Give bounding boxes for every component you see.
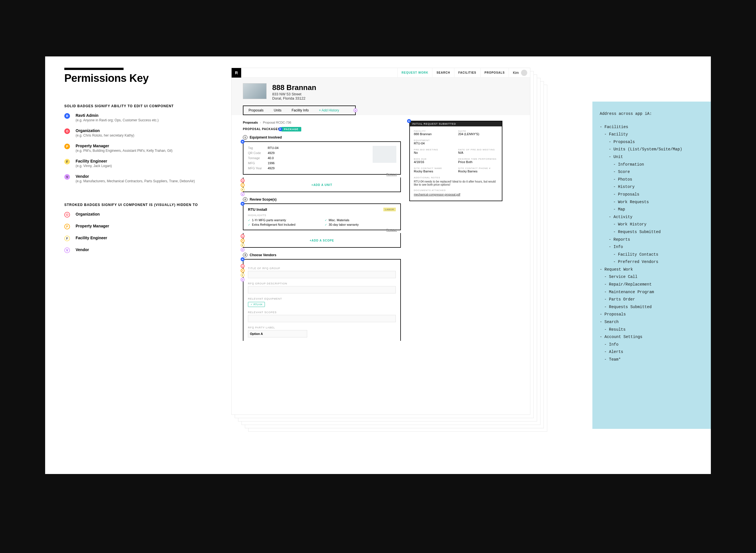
key-item-r: R Ravti Admin (e.g. Anyone in Ravti org;… (64, 113, 214, 122)
contact-name-value: Rocky Barnes (414, 170, 453, 173)
key-item-p: P Property Manager (e.g. PM's, Building … (64, 144, 214, 153)
org-badge-icon: O (241, 179, 245, 182)
key-desc: (e.g. Vinny, Jack Logan) (76, 164, 112, 168)
rfq-party-input[interactable] (248, 330, 307, 337)
pm-badge-icon: P (241, 183, 245, 187)
rfq-title-input[interactable] (248, 271, 396, 278)
tab-add-history[interactable]: + Add History (314, 106, 344, 114)
org-badge-icon: O (241, 234, 245, 238)
key-item-stroked-p: P Property Manager (64, 224, 214, 229)
vendor-badge-icon: V (241, 248, 245, 252)
org-badge-icon: O (241, 264, 245, 268)
p-badge-icon: P (64, 144, 70, 149)
fe-badge-icon: F (241, 273, 245, 277)
ia-node: Score (600, 168, 703, 176)
r-badge-icon: R (64, 113, 70, 119)
ia-node: Proposals (600, 138, 703, 146)
key-item-v: V Vendor (e.g. Manufacturers, Mechanical… (64, 174, 214, 183)
ravti-badge-icon: R (241, 202, 245, 206)
ia-node: Facility Contacts (600, 251, 703, 258)
key-item-o: O Organization (e.g. Chris Rotolo, her s… (64, 129, 214, 137)
nav-search[interactable]: SEARCH (432, 68, 454, 77)
package-badge[interactable]: PACKAGE (281, 127, 301, 132)
document-link[interactable]: mechanical-compressor-proposal.pdf (414, 193, 460, 196)
breadcrumb-root[interactable]: Proposals (243, 121, 258, 124)
remove-link[interactable]: Remove (387, 173, 397, 176)
ia-node: Requests Submitted (600, 303, 703, 311)
site-address-line2: Doral, Florida 33122 (272, 96, 316, 100)
p-badge-stroked-icon: P (64, 224, 70, 229)
ia-node: Alerts (600, 348, 703, 356)
app-frame: R REQUEST WORK SEARCH FACILITIES PROPOSA… (231, 68, 530, 415)
highlights-label: HIGHLIGHTS (248, 214, 396, 217)
add-scope-strip: Remove O P F V +ADD A SCOPE (243, 233, 401, 248)
vendor-badge-icon: V (241, 192, 245, 196)
highlight-item: 1-Yr MFG parts warranty (248, 218, 319, 222)
ia-node: Work History (600, 221, 703, 228)
highlight-item: Extra Refridgerant Not Included (248, 223, 319, 226)
rfq-equipment-label: RELEVANT EQUIPMENT (248, 297, 396, 300)
nav-request-work[interactable]: REQUEST WORK (398, 68, 432, 77)
breadcrumb: Proposals › Proposal RCDC-736 (243, 121, 401, 124)
proposal-packages-label: PROPOSAL PACKAGES (243, 128, 280, 131)
f-badge-stroked-icon: F (64, 236, 70, 241)
vendor-badge-icon: V (353, 108, 357, 112)
key-item-stroked-o: O Organization (64, 212, 214, 218)
proposal-builder-column: Proposals › Proposal RCDC-736 PROPOSAL P… (243, 121, 401, 344)
add-unit-button[interactable]: +ADD A UNIT (312, 183, 332, 186)
avatar[interactable] (521, 70, 527, 76)
ia-node: Info (600, 341, 703, 348)
app-logo[interactable]: R (232, 68, 241, 78)
ravti-badge-icon: R (241, 257, 245, 261)
rfq-scopes-input[interactable] (248, 315, 396, 322)
nav-proposals[interactable]: PROPOSALS (480, 68, 509, 77)
key-item-stroked-v: V Vendor (64, 247, 214, 253)
add-unit-strip: Remove O P F V +ADD A UNIT (243, 177, 401, 192)
key-name: Ravti Admin (76, 113, 159, 117)
f-badge-icon: F (64, 159, 70, 164)
add-scope-button[interactable]: +ADD A SCOPE (310, 239, 334, 242)
remove-link[interactable]: Remove (387, 229, 397, 232)
ia-node: Team* (600, 356, 703, 364)
key-item-f: F Facility Engineer (e.g. Vinny, Jack Lo… (64, 159, 214, 168)
tab-facility-info[interactable]: Facility Info (286, 106, 314, 114)
ravti-badge-icon: R (278, 127, 282, 131)
tab-units[interactable]: Units (268, 106, 286, 114)
ia-node: History (600, 183, 703, 191)
ia-node: Facilities (600, 123, 703, 131)
pm-badge-icon: P (241, 268, 245, 272)
ia-node: Request Work (600, 266, 703, 273)
equipment-value: RTU-04 (414, 142, 498, 145)
breadcrumb-current: Proposal RCDC-736 (263, 121, 291, 124)
key-name: Organization (76, 212, 100, 216)
fe-badge-icon: F (241, 187, 245, 191)
nav-facilities[interactable]: FACILITIES (454, 68, 480, 77)
scope-tag: LABOR (384, 208, 396, 211)
step-1-title: Equipment Involved (250, 136, 282, 139)
ia-node: Maintenance Program (600, 288, 703, 296)
scope-box: R RTU Install LABOR HIGHLIGHTS 1-Yr MFG … (243, 204, 401, 230)
key-item-stroked-f: F Facility Engineer (64, 236, 214, 241)
site-header: 888 Brannan 833 NW 53 Street Doral, Flor… (232, 78, 530, 115)
ia-node: Reports (600, 236, 703, 243)
ia-node: Map (600, 206, 703, 213)
ia-node: Search (600, 318, 703, 326)
app-header: R REQUEST WORK SEARCH FACILITIES PROPOSA… (232, 68, 530, 78)
equipment-chip[interactable]: RTU-04 (248, 302, 265, 307)
rfq-title-label: TITLE OF RFQ GROUP (248, 267, 396, 270)
nav-user-name[interactable]: Kim (509, 68, 521, 77)
tab-proposals[interactable]: Proposals (243, 106, 268, 114)
rfq-desc-input[interactable] (248, 286, 396, 294)
o-badge-stroked-icon: O (64, 212, 70, 218)
step-3-title: Choose Vendors (250, 253, 276, 257)
ia-title: Address across app iA: (600, 110, 703, 117)
step-2-title: Review Scope(s) (250, 198, 276, 202)
bids-due-value: 4/18/16 (414, 160, 453, 164)
ia-node: Activity (600, 213, 703, 221)
key-name: Property Manager (76, 224, 109, 228)
solid-badges-heading: SOLID BADGES SIGNIFY ABILITY TO EDIT UI … (64, 104, 214, 108)
ia-node: Photos (600, 176, 703, 183)
ia-node: Account Settings (600, 333, 703, 341)
key-name: Organization (76, 129, 134, 133)
app-mock-stack: R REQUEST WORK SEARCH FACILITIES PROPOSA… (231, 68, 541, 429)
